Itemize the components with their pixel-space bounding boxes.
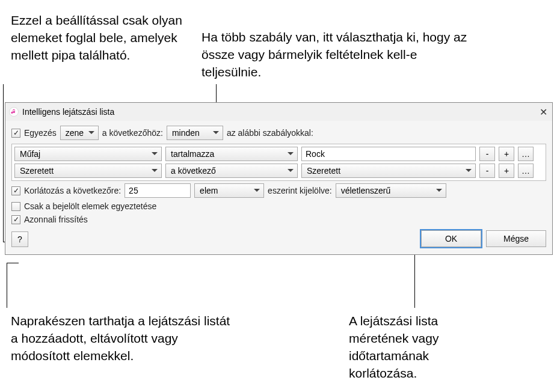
rule-remove-button[interactable]: - bbox=[479, 147, 495, 161]
chevron-down-icon bbox=[88, 130, 94, 136]
chevron-down-icon bbox=[436, 188, 442, 194]
chevron-down-icon bbox=[213, 130, 219, 136]
callout-top-left: Ezzel a beállítással csak olyan elemeket… bbox=[11, 12, 203, 64]
match-row: Egyezés zene a következőhöz: minden az a… bbox=[11, 126, 546, 140]
ok-button[interactable]: OK bbox=[421, 230, 481, 247]
limit-row: Korlátozás a következőre: elem eszerint … bbox=[11, 183, 546, 198]
rule-operator-select[interactable]: a következő bbox=[165, 164, 298, 178]
rule-row: Műfaj tartalmazza - + … bbox=[14, 147, 543, 161]
selected-by-label: eszerint kijelölve: bbox=[268, 186, 332, 195]
dialog-title: Intelligens lejátszási lista bbox=[22, 107, 114, 117]
join-label: a következőhöz: bbox=[102, 128, 163, 138]
rule-more-button[interactable]: … bbox=[518, 164, 534, 178]
match-label: Egyezés bbox=[24, 128, 57, 138]
dialog-body: Egyezés zene a következőhöz: minden az a… bbox=[5, 121, 552, 254]
rule-operator-value: a következő bbox=[171, 166, 216, 176]
help-button[interactable]: ? bbox=[11, 231, 28, 247]
live-update-checkbox[interactable] bbox=[11, 215, 20, 224]
rule-field-value: Szeretett bbox=[20, 166, 54, 176]
chevron-down-icon bbox=[152, 151, 158, 157]
itunes-icon bbox=[9, 107, 19, 117]
chevron-down-icon bbox=[288, 168, 294, 174]
smart-playlist-dialog: Intelligens lejátszási lista ✕ Egyezés z… bbox=[5, 102, 553, 255]
only-checked-label: Csak a bejelölt elemek egyeztetése bbox=[24, 201, 156, 211]
cancel-button[interactable]: Mégse bbox=[486, 230, 546, 247]
rule-remove-button[interactable]: - bbox=[479, 164, 495, 178]
rule-row: Szeretett a következő Szeretett - + … bbox=[14, 164, 543, 178]
limit-unit-value: elem bbox=[200, 186, 218, 195]
limit-checkbox[interactable] bbox=[11, 186, 20, 195]
rule-operator-value: tartalmazza bbox=[171, 149, 214, 159]
rules-container: Műfaj tartalmazza - + … Szeretett bbox=[11, 144, 546, 181]
live-update-row: Azonnali frissítés bbox=[11, 215, 546, 224]
rule-add-button[interactable]: + bbox=[499, 147, 514, 161]
callout-line bbox=[3, 84, 4, 242]
trailing-label: az alábbi szabályokkal: bbox=[227, 128, 313, 138]
limit-amount-input[interactable] bbox=[125, 183, 191, 198]
callout-line bbox=[7, 263, 7, 308]
selected-by-select[interactable]: véletlenszerű bbox=[336, 183, 446, 198]
rule-add-button[interactable]: + bbox=[499, 164, 514, 178]
chevron-down-icon bbox=[466, 168, 472, 174]
callout-top-right: Ha több szabály van, itt választhatja ki… bbox=[202, 29, 478, 81]
chevron-down-icon bbox=[254, 188, 260, 194]
titlebar: Intelligens lejátszási lista ✕ bbox=[5, 103, 552, 121]
rule-value-value: Szeretett bbox=[307, 166, 340, 176]
callout-line bbox=[7, 263, 19, 263]
selected-by-value: véletlenszerű bbox=[341, 186, 391, 195]
dialog-footer: ? OK Mégse bbox=[11, 228, 546, 247]
callout-bottom-left: Naprakészen tarthatja a lejátszási listá… bbox=[11, 313, 239, 365]
rule-value-input[interactable] bbox=[301, 147, 476, 161]
chevron-down-icon bbox=[152, 168, 158, 174]
rule-operator-select[interactable]: tartalmazza bbox=[165, 147, 298, 161]
close-icon[interactable]: ✕ bbox=[538, 106, 549, 117]
rule-field-select[interactable]: Szeretett bbox=[14, 164, 162, 178]
live-update-label: Azonnali frissítés bbox=[24, 215, 88, 224]
media-type-select[interactable]: zene bbox=[60, 126, 99, 140]
media-type-value: zene bbox=[66, 128, 84, 138]
limit-label: Korlátozás a következőre: bbox=[24, 186, 121, 195]
callout-bottom-right: A lejátszási lista méretének vagy időtar… bbox=[349, 313, 499, 382]
rule-value-select[interactable]: Szeretett bbox=[301, 164, 476, 178]
only-checked-row: Csak a bejelölt elemek egyeztetése bbox=[11, 201, 546, 211]
only-checked-checkbox[interactable] bbox=[11, 202, 20, 211]
limit-unit-select[interactable]: elem bbox=[194, 183, 264, 198]
rule-more-button[interactable]: … bbox=[518, 147, 534, 161]
chevron-down-icon bbox=[288, 151, 294, 157]
condition-select[interactable]: minden bbox=[167, 126, 223, 140]
match-checkbox[interactable] bbox=[11, 129, 20, 138]
rule-field-select[interactable]: Műfaj bbox=[14, 147, 162, 161]
condition-value: minden bbox=[172, 128, 200, 138]
rule-field-value: Műfaj bbox=[20, 149, 40, 159]
